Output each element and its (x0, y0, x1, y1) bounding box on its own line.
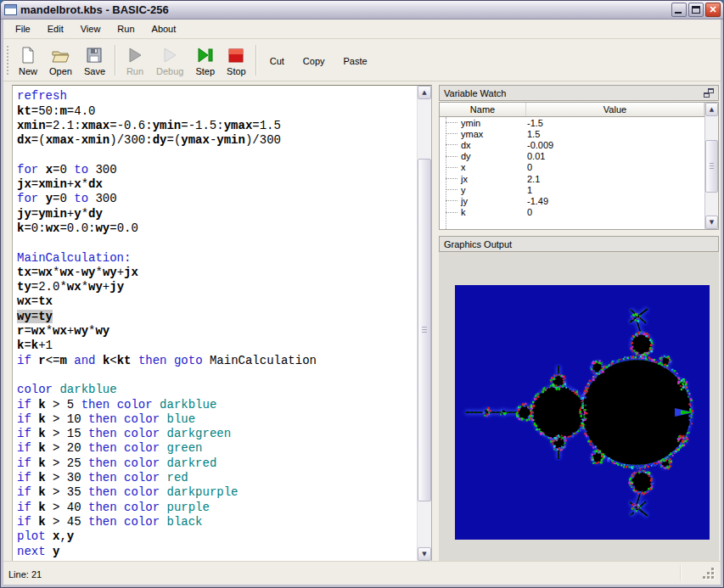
variable-watch-table: Name Value ymin-1.5ymax1.5dx-0.009dy0.01… (439, 102, 719, 230)
window-title: mandelbrot.kbs - BASIC-256 (20, 3, 670, 16)
editor-scrollbar-thumb[interactable] (418, 159, 431, 501)
scroll-up-button[interactable]: ▲ (418, 86, 431, 99)
toolbar-group-edit: CutCopyPaste (261, 42, 377, 78)
toolbar-button-label: Run (126, 66, 143, 76)
watch-scrollbar[interactable]: ▲ ▼ (704, 103, 718, 229)
watch-row[interactable]: y1 (440, 184, 704, 195)
code-line: if k > 40 then color purple (17, 501, 416, 515)
column-header-name[interactable]: Name (440, 103, 526, 116)
menu-item-edit[interactable]: Edit (39, 20, 72, 37)
tree-branch-icon (446, 200, 457, 201)
status-bar: Line: 21 (2, 561, 722, 585)
maximize-icon (692, 6, 700, 14)
code-line (17, 236, 416, 250)
watch-row[interactable]: jy-1.49 (440, 195, 704, 206)
watch-variable-name: k (457, 207, 526, 217)
scroll-down-button[interactable]: ▼ (418, 547, 431, 561)
code-line: if k > 20 then color green (17, 441, 416, 456)
run-button[interactable]: Run (120, 42, 150, 78)
tree-branch-icon (446, 189, 457, 190)
menu-item-run[interactable]: Run (109, 20, 143, 37)
scroll-down-button[interactable]: ▼ (705, 216, 718, 229)
code-line: r=wx*wx+wy*wy (17, 324, 416, 339)
title-bar[interactable]: mandelbrot.kbs - BASIC-256 ✕ (1, 1, 723, 20)
paste-button[interactable]: Paste (334, 42, 377, 78)
save-button[interactable]: Save (78, 42, 111, 78)
watch-variable-name: jx (457, 174, 526, 184)
code-area[interactable]: clsrefreshkt=50:m=4.0xmin=2.1:xmax=-0.6:… (14, 86, 416, 560)
new-button[interactable]: New (13, 42, 43, 78)
step-button[interactable]: Step (189, 42, 221, 78)
code-line: tx=wx*wx-wy*wy+jx (17, 266, 416, 280)
mandelbrot-canvas (455, 285, 710, 540)
stop-button[interactable]: Stop (221, 42, 252, 78)
watch-row[interactable]: dy0.01 (440, 151, 704, 162)
cut-button[interactable]: Cut (261, 42, 294, 78)
code-line: k=0:wx=0.0:wy=0.0 (17, 221, 416, 236)
window-resize-grip[interactable] (703, 568, 705, 570)
toolbar-separator (115, 45, 116, 76)
variable-watch-header: Variable Watch (439, 85, 719, 101)
code-line: if k > 5 then color darkblue (17, 398, 416, 412)
float-panel-button[interactable] (704, 88, 714, 98)
run-icon (126, 45, 144, 65)
tree-branch-icon (446, 212, 457, 213)
menu-item-about[interactable]: About (143, 20, 185, 37)
tree-branch-icon (446, 133, 457, 134)
watch-rows: ymin-1.5ymax1.5dx-0.009dy0.01x0jx2.1y1jy… (440, 117, 704, 229)
watch-table-header: Name Value (440, 103, 704, 117)
watch-row[interactable]: jx2.1 (440, 173, 704, 184)
copy-button[interactable]: Copy (294, 42, 334, 78)
watch-row[interactable]: ymin-1.5 (440, 117, 704, 128)
tree-branch-icon (446, 156, 457, 157)
code-line: if k > 15 then color darkgreen (17, 427, 416, 441)
toolbar-button-label: Debug (156, 66, 183, 76)
toolbar-button-label: Save (84, 66, 105, 76)
code-line: if k > 10 then color blue (17, 412, 416, 427)
code-line: if k > 45 then color black (17, 515, 416, 529)
watch-variable-name: dy (457, 151, 526, 161)
code-editor[interactable]: clsrefreshkt=50:m=4.0xmin=2.1:xmax=-0.6:… (12, 85, 432, 562)
code-line: if k > 35 then color darkpurple (17, 485, 416, 500)
graphics-output-pane (439, 252, 719, 562)
code-line (17, 368, 416, 383)
watch-variable-name: y (457, 185, 526, 195)
minimize-button[interactable] (671, 3, 687, 17)
scroll-up-button[interactable]: ▲ (705, 103, 718, 116)
debug-icon (160, 45, 179, 65)
watch-row[interactable]: x0 (440, 162, 704, 173)
code-line: if r<=m and k<kt then goto MainCalculati… (17, 354, 416, 368)
step-icon (196, 45, 215, 65)
stop-icon (227, 45, 245, 65)
debug-button[interactable]: Debug (150, 42, 189, 78)
watch-row[interactable]: k0 (440, 207, 704, 218)
code-line: wx=tx (17, 294, 416, 309)
maximize-button[interactable] (688, 3, 704, 17)
code-line: jy=ymin+y*dy (17, 207, 416, 221)
watch-row[interactable]: ymax1.5 (440, 128, 704, 139)
toolbar-button-label: Stop (227, 66, 246, 76)
menu-item-file[interactable]: File (7, 20, 39, 37)
open-button[interactable]: Open (43, 42, 78, 78)
tree-branch-icon (446, 178, 457, 179)
column-header-value[interactable]: Value (526, 103, 704, 116)
toolbar-drag-handle[interactable] (7, 46, 9, 75)
code-line (17, 148, 416, 162)
toolbar-button-label: Cut (270, 56, 284, 66)
menu-item-view[interactable]: View (72, 20, 109, 37)
code-line: xmin=2.1:xmax=-0.6:ymin=-1.5:ymax=1.5 (17, 119, 416, 133)
close-button[interactable]: ✕ (705, 3, 721, 17)
watch-variable-value: 0 (526, 207, 532, 217)
code-line: k=k+1 (17, 339, 416, 353)
toolbar-button-label: New (19, 66, 37, 76)
watch-row[interactable]: dx-0.009 (440, 139, 704, 150)
code-line: for y=0 to 300 (17, 192, 416, 206)
minimize-icon (675, 12, 682, 14)
watch-scrollbar-thumb[interactable] (705, 140, 718, 193)
graphics-output-title: Graphics Output (444, 239, 512, 249)
status-bar-separator (680, 565, 682, 581)
watch-variable-name: ymin (457, 118, 526, 128)
code-line: color darkblue (17, 383, 416, 397)
status-line-indicator: Line: 21 (8, 569, 42, 580)
editor-scrollbar[interactable]: ▲ ▼ (417, 86, 431, 561)
